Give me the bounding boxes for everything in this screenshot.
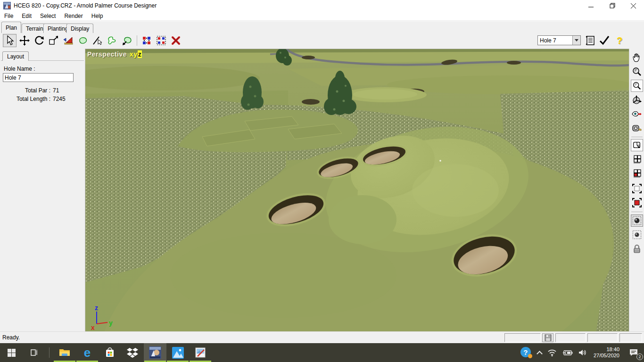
maximize-pane-button[interactable]: [631, 182, 643, 195]
right-toolbar-separator-2: [631, 212, 643, 212]
combobox-dropdown-button[interactable]: [572, 36, 580, 45]
battery-charging-icon: [562, 349, 573, 356]
node-select-button[interactable]: [154, 34, 168, 47]
left-panel: Layout Hole Name : Total Par :71 Total L…: [0, 49, 85, 331]
drag-shape-tool-button[interactable]: [120, 34, 133, 47]
toolbar-separator: [137, 35, 137, 46]
slope-tool-button[interactable]: [61, 34, 75, 47]
view-tool-column: [629, 49, 644, 331]
close-button[interactable]: [623, 0, 644, 11]
action-center-button[interactable]: 2: [623, 343, 644, 362]
measure-tool-button[interactable]: [631, 122, 643, 134]
taskbar-edge[interactable]: e: [76, 343, 99, 362]
apply-check-button[interactable]: [598, 33, 611, 48]
taskbar-paint[interactable]: [189, 343, 212, 362]
hole-notes-button[interactable]: [584, 33, 597, 48]
select-tool-button[interactable]: [3, 34, 17, 47]
four-panes-red-icon: [632, 168, 642, 179]
menu-edit[interactable]: Edit: [17, 12, 36, 20]
move-tool-button[interactable]: [17, 34, 31, 47]
menu-render[interactable]: Render: [60, 12, 87, 20]
lock-view-button[interactable]: [631, 243, 643, 255]
taskbar: e ? 18:40 27/05/2020 2: [0, 343, 644, 362]
notification-count-badge: 2: [636, 354, 643, 360]
taskbar-photos[interactable]: [166, 343, 189, 362]
look-at-tool-button[interactable]: [631, 108, 643, 120]
tab-layout[interactable]: Layout: [2, 51, 29, 61]
four-viewports-active-button[interactable]: [631, 167, 643, 180]
tab-plan[interactable]: Plan: [1, 22, 21, 33]
tray-overflow-button[interactable]: [535, 343, 545, 362]
status-panel-3: [587, 333, 618, 342]
hole-name-input[interactable]: [3, 73, 74, 82]
single-viewport-button[interactable]: [631, 139, 643, 151]
pan-tool-button[interactable]: [631, 51, 643, 64]
tray-help-button[interactable]: ?: [518, 343, 535, 362]
shape-tool-button[interactable]: [76, 34, 90, 47]
quick-save-button[interactable]: [542, 333, 553, 342]
tray-volume-button[interactable]: [576, 343, 590, 362]
render-sphere-2-icon: [632, 230, 642, 239]
tray-network-button[interactable]: [545, 343, 560, 362]
menu-help[interactable]: Help: [87, 12, 107, 20]
four-viewports-button[interactable]: [631, 153, 643, 165]
chevron-up-icon: [537, 351, 543, 357]
outline-squiggle-icon: [107, 35, 117, 46]
taskbar-store[interactable]: [99, 343, 121, 362]
orbit-tool-button[interactable]: [631, 94, 643, 106]
start-button[interactable]: [0, 343, 23, 362]
padlock-icon: [632, 244, 642, 254]
minimize-button[interactable]: [580, 0, 602, 11]
taskbar-dropbox[interactable]: [121, 343, 144, 362]
tray-clock[interactable]: 18:40 27/05/2020: [590, 343, 623, 362]
tab-strip: Plan Terrain Planting Display: [0, 21, 644, 33]
total-length-value: 7245: [53, 96, 66, 102]
maximize-pane-active-button[interactable]: [631, 197, 643, 209]
tape-measure-icon: [632, 123, 642, 133]
axis-x-label: x: [91, 324, 95, 331]
render-mode-button[interactable]: [631, 214, 643, 227]
menu-select[interactable]: Select: [36, 12, 60, 20]
pick-edge-tool-button[interactable]: [91, 34, 104, 47]
axes-xy-label: xy: [130, 50, 138, 58]
taskbar-course-designer[interactable]: [144, 343, 166, 362]
minimize-icon: [588, 3, 594, 8]
orbit-axes-icon: [632, 95, 642, 105]
menu-file[interactable]: File: [0, 12, 17, 20]
rotate-icon: [34, 35, 44, 46]
delete-tool-button[interactable]: [169, 34, 182, 47]
drag-blob-icon: [122, 35, 132, 46]
edge-icon: e: [84, 346, 91, 359]
zoom-tool-button[interactable]: [631, 66, 643, 78]
wifi-icon: [547, 349, 557, 356]
four-panes-icon: [632, 154, 642, 165]
render-mode-2-button[interactable]: [631, 229, 643, 241]
tray-battery-button[interactable]: [560, 343, 576, 362]
rotate-tool-button[interactable]: [32, 34, 46, 47]
maximize-pane-red-icon: [632, 197, 642, 208]
scale-tool-button[interactable]: [47, 34, 60, 47]
paint-icon: [195, 347, 206, 358]
file-explorer-icon: [59, 348, 70, 357]
nodes-icon: [141, 35, 152, 46]
maximize-pane-icon: [632, 183, 642, 194]
node-edit-button[interactable]: [140, 34, 153, 47]
zoom-window-button[interactable]: [631, 80, 643, 92]
restore-icon: [610, 3, 615, 8]
tab-display[interactable]: Display: [66, 24, 93, 33]
eye-target-icon: [632, 109, 642, 119]
viewport-3d[interactable]: z y x Perspectivexyz: [85, 49, 629, 331]
right-toolbar-separator: [631, 137, 643, 137]
course-designer-app-icon: [149, 346, 161, 359]
total-par-label: Total Par :: [2, 87, 50, 94]
scale-icon: [49, 35, 59, 46]
task-view-button[interactable]: [23, 343, 45, 362]
outline-tool-button[interactable]: [105, 34, 119, 47]
course-3d-scene[interactable]: z y x: [85, 49, 629, 331]
restore-button[interactable]: [602, 0, 623, 11]
context-help-button[interactable]: ?: [613, 33, 626, 48]
hole-selector-combobox[interactable]: Hole 7: [537, 35, 581, 45]
dropbox-icon: [127, 347, 138, 358]
taskbar-file-explorer[interactable]: [53, 343, 76, 362]
total-par-row: Total Par :71: [2, 87, 82, 94]
